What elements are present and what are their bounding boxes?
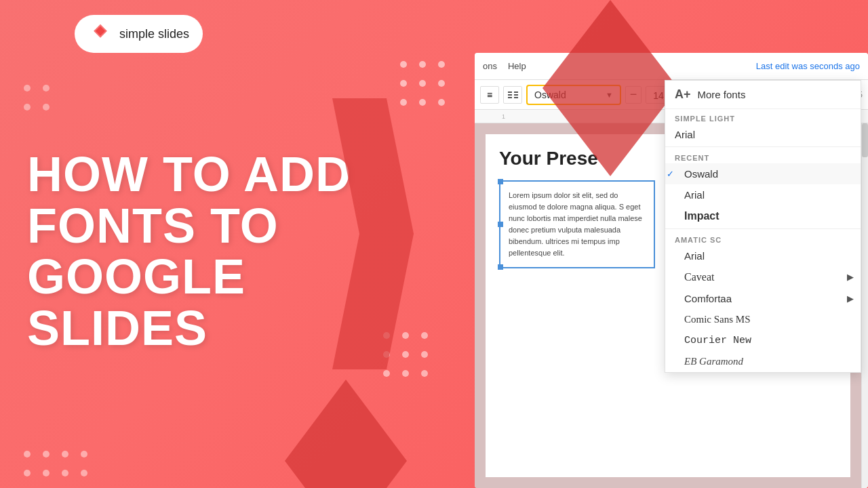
logo-area[interactable]: simple slides <box>75 15 203 53</box>
font-divider-2 <box>665 228 861 229</box>
scrollbar-track[interactable] <box>861 123 868 488</box>
svg-rect-1 <box>96 26 105 36</box>
font-item-oswald[interactable]: ✓ Oswald <box>665 163 861 184</box>
font-arial-amatic-name: Arial <box>675 250 705 262</box>
font-item-arial-recent[interactable]: Arial <box>665 184 861 205</box>
font-divider-1 <box>665 146 861 147</box>
font-comfortaa-name: Comfortaa <box>675 293 732 304</box>
svg-marker-2 <box>332 98 414 369</box>
menu-ons[interactable]: ons <box>483 61 497 71</box>
caveat-arrow-icon: ▶ <box>847 272 854 283</box>
font-item-caveat[interactable]: Caveat ▶ <box>665 266 861 288</box>
heading-line2: FONTS TO <box>27 199 279 253</box>
section-recent: RECENT <box>665 148 861 163</box>
font-item-courier-new[interactable]: Courier New <box>665 330 861 351</box>
heading-line1: HOW TO ADD <box>27 147 351 201</box>
logo-text: simple slides <box>119 27 189 41</box>
svg-marker-4 <box>285 380 407 488</box>
align-left-btn[interactable]: ≡ <box>480 86 499 104</box>
logo-icon <box>88 22 113 46</box>
comfortaa-arrow-icon: ▶ <box>847 293 854 304</box>
more-fonts-label: More fonts <box>698 89 746 100</box>
section-simple-light: SIMPLE LIGHT <box>665 109 861 124</box>
main-container: simple slides <box>0 0 868 488</box>
font-item-impact[interactable]: Impact <box>665 205 861 227</box>
font-eb-garamond-name: EB Garamond <box>675 356 743 367</box>
section-amatic-sc: AMATIC SC <box>665 230 861 245</box>
font-item-comic-sans[interactable]: Comic Sans MS <box>665 309 861 330</box>
deco-diamond-top-right <box>542 0 678 176</box>
scrollbar-thumb[interactable] <box>862 123 868 157</box>
text-box-content: Lorem ipsum dolor sit elit, sed do eiusm… <box>509 190 646 259</box>
heading-line3: GOOGLE SLIDES <box>27 249 245 355</box>
deco-diamond-bottom-right <box>285 380 407 488</box>
svg-marker-3 <box>542 0 678 176</box>
font-item-comfortaa[interactable]: Comfortaa ▶ <box>665 288 861 309</box>
menu-help[interactable]: Help <box>508 61 526 71</box>
chevron-arrow <box>332 98 414 369</box>
last-edit-label: Last edit was seconds ago <box>756 61 860 71</box>
font-impact-name: Impact <box>675 210 719 222</box>
font-item-arial-simple[interactable]: Arial <box>665 124 861 145</box>
add-font-icon: A+ <box>675 87 691 102</box>
font-comic-sans-name: Comic Sans MS <box>675 314 751 325</box>
font-caveat-name: Caveat <box>675 271 714 283</box>
more-fonts-row[interactable]: A+ More fonts <box>665 81 861 109</box>
font-dropdown: A+ More fonts SIMPLE LIGHT Arial RECENT … <box>665 80 861 373</box>
slides-mockup: ons Help Last edit was seconds ago ≡ <box>475 53 868 488</box>
align-cols-btn[interactable] <box>503 86 522 104</box>
left-section: simple slides <box>0 0 529 488</box>
font-arial-recent-name: Arial <box>675 189 705 201</box>
font-item-arial-amatic[interactable]: Arial <box>665 245 861 266</box>
font-item-eb-garamond[interactable]: EB Garamond <box>665 351 861 372</box>
oswald-check-icon: ✓ <box>665 169 674 179</box>
text-box[interactable]: Lorem ipsum dolor sit elit, sed do eiusm… <box>499 180 655 268</box>
font-oswald-name: Oswald <box>675 168 718 180</box>
font-arial-simple-name: Arial <box>675 129 695 140</box>
font-courier-new-name: Courier New <box>675 335 751 346</box>
